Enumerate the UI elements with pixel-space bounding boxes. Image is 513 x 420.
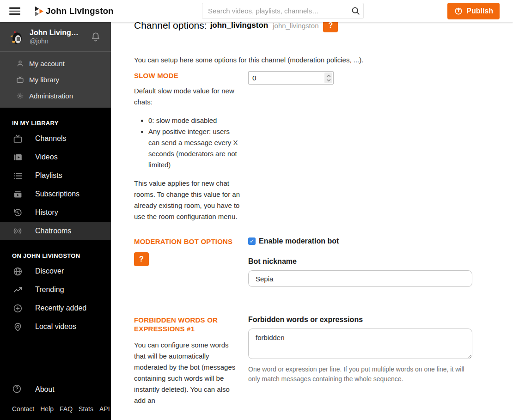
enable-moderation-bot-label: Enable moderation bot (259, 237, 339, 245)
slow-mode-input-wrap (248, 71, 334, 85)
sidebar-item-subscriptions[interactable]: Subscriptions (0, 185, 111, 203)
sidebar-item-local-videos[interactable]: Local videos (0, 317, 111, 336)
spinner-down-icon[interactable] (326, 77, 330, 81)
sidebar-item-label: Subscriptions (35, 190, 79, 198)
sidebar-item-trending[interactable]: Trending (0, 280, 111, 299)
question-circle-icon (12, 384, 23, 395)
user-meta: John Livingston @john (30, 29, 90, 45)
enable-moderation-bot-row[interactable]: ✓ Enable moderation bot (248, 237, 472, 245)
user-handle: @john (30, 37, 90, 45)
slow-mode-section: SLOW MODE Default slow mode value for ne… (134, 71, 483, 222)
sidebar-item-videos[interactable]: Videos (0, 148, 111, 166)
about-label: About (35, 385, 55, 394)
footer-link-contact[interactable]: Contact (12, 405, 34, 413)
slow-mode-bullet: 0: slow mode disabled (148, 115, 241, 126)
sidebar-item-channels[interactable]: Channels (0, 129, 111, 148)
sidebar-item-label: Trending (35, 286, 64, 294)
sidebar-item-label: Recently added (35, 304, 86, 312)
history-clock-icon (12, 207, 23, 218)
sidebar-item-label: Videos (35, 153, 58, 161)
footer-link-stats[interactable]: Stats (79, 405, 93, 413)
notifications-bell-icon[interactable] (90, 31, 102, 43)
user-name: John Livingston (30, 29, 81, 37)
forbidden-words-heading: FORBIDDEN WORDS OR EXPRESSIONS #1 (134, 316, 241, 333)
user-row[interactable]: John Livingston @john (0, 22, 111, 52)
search-bar (202, 3, 364, 19)
peertube-logo-icon[interactable] (35, 6, 44, 16)
playlist-icon (12, 170, 23, 181)
page-title-channel-handle: john_livingston (273, 22, 318, 30)
slow-mode-note: This value applies for new chat rooms. T… (134, 178, 241, 222)
forbidden-words-field-label: Forbidden words or expressions (248, 316, 472, 324)
sidebar-item-label: Playlists (35, 171, 62, 180)
search-input[interactable] (202, 7, 348, 15)
slow-mode-heading: SLOW MODE (134, 71, 241, 80)
sidebar-item-label: Local videos (35, 323, 76, 331)
globe-icon (12, 266, 23, 277)
sidebar-item-chatrooms[interactable]: Chatrooms (0, 222, 111, 240)
sidebar-item-my-library[interactable]: My library (0, 72, 111, 88)
publish-button[interactable]: Publish (447, 3, 500, 19)
slow-mode-bullet-list: 0: slow mode disabled Any positive integ… (134, 115, 241, 170)
top-header: John Livingston Publish (0, 0, 513, 22)
footer-link-api[interactable]: API (99, 405, 110, 413)
trending-icon (12, 284, 23, 295)
sidebar-item-label: Discover (35, 267, 64, 275)
forbidden-words-section: FORBIDDEN WORDS OR EXPRESSIONS #1 You ca… (134, 316, 483, 406)
avatar[interactable] (9, 29, 25, 45)
search-icon[interactable] (348, 3, 363, 18)
divider (134, 40, 483, 40)
main-content: Channel options: john_livingston john_li… (111, 0, 513, 406)
sidebar-spacer (0, 336, 111, 380)
sidebar-item-label: Administration (29, 92, 73, 100)
sidebar: John Livingston @john My account My libr… (0, 22, 111, 420)
enable-moderation-bot-checkbox[interactable]: ✓ (248, 237, 256, 245)
moderation-bot-heading: MODERATION BOT OPTIONS (134, 237, 241, 246)
gear-icon (16, 92, 24, 100)
bot-nickname-input[interactable] (248, 270, 472, 287)
tv-icon (12, 133, 23, 144)
home-pin-icon (12, 321, 23, 332)
subscriptions-icon (12, 189, 23, 200)
sidebar-item-administration[interactable]: Administration (0, 88, 111, 104)
sidebar-item-label: My library (29, 76, 59, 84)
forbidden-words-help-text: One word or expression per line. If you … (248, 365, 465, 384)
forbidden-words-textarea[interactable]: forbidden (248, 329, 472, 359)
sidebar-item-label: History (35, 208, 58, 217)
section-on-instance: ON JOHN LIVINGSTON (0, 252, 111, 259)
tv-icon (16, 76, 24, 84)
sidebar-item-label: Chatrooms (35, 227, 71, 235)
broadcast-icon (12, 225, 23, 237)
intro-text: You can setup here some options for this… (134, 56, 483, 64)
sidebar-item-label: My account (29, 60, 65, 67)
page-title-channel: john_livingston (210, 21, 269, 30)
section-in-my-library: IN MY LIBRARY (0, 120, 111, 127)
moderation-bot-section: MODERATION BOT OPTIONS ? ✓ Enable modera… (134, 237, 483, 287)
footer-link-help[interactable]: Help (40, 405, 54, 413)
person-icon (16, 60, 24, 67)
circle-plus-icon (12, 303, 23, 314)
forbidden-words-description: You can configure some words that will b… (134, 340, 241, 406)
sidebar-item-history[interactable]: History (0, 203, 111, 222)
sidebar-item-label: Channels (35, 134, 67, 143)
sidebar-item-my-account[interactable]: My account (0, 55, 111, 72)
footer-link-faq[interactable]: FAQ (60, 405, 73, 413)
videos-icon (12, 152, 23, 163)
slow-mode-description: Default slow mode value for new chats: (134, 85, 241, 108)
sidebar-item-discover[interactable]: Discover (0, 262, 111, 280)
slow-mode-input[interactable] (249, 72, 324, 84)
slow-mode-bullet: Any positive integer: users can send a m… (148, 126, 241, 170)
publish-label: Publish (466, 7, 493, 15)
number-spinner[interactable] (324, 73, 332, 83)
moderation-bot-help-button[interactable]: ? (134, 252, 149, 266)
sidebar-item-about[interactable]: About (0, 380, 111, 399)
instance-title[interactable]: John Livingston (46, 6, 114, 16)
menu-icon[interactable] (9, 6, 20, 17)
sidebar-footer: Contact Help FAQ Stats API (0, 405, 111, 420)
sidebar-user-menu: John Livingston @john My account My libr… (0, 22, 111, 108)
upload-icon (454, 6, 463, 16)
sidebar-item-playlists[interactable]: Playlists (0, 166, 111, 185)
sidebar-item-recently-added[interactable]: Recently added (0, 299, 111, 317)
bot-nickname-label: Bot nickname (248, 257, 472, 266)
